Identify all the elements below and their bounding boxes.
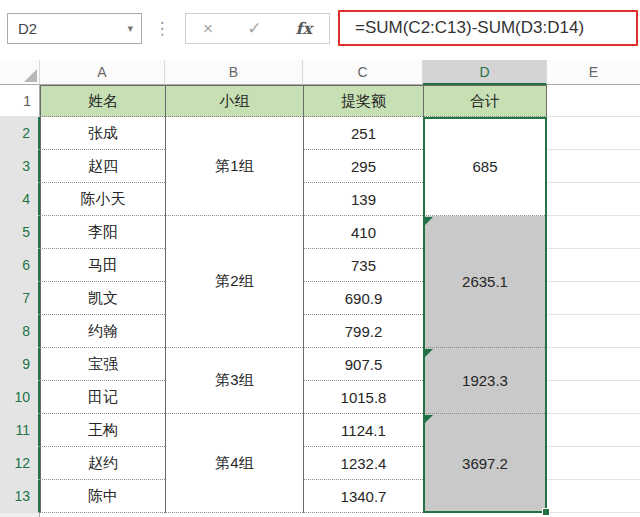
error-indicator-triangle-icon (425, 415, 433, 423)
formula-text: =SUM(C2:C13)-SUM(D3:D14) (355, 18, 584, 38)
row-header-14-partial[interactable] (0, 513, 40, 517)
cell-E10[interactable] (547, 381, 640, 414)
cell-E7[interactable] (547, 282, 640, 315)
row-header-1[interactable]: 1 (0, 85, 40, 117)
cell-E5[interactable] (547, 216, 640, 249)
row-header-11[interactable]: 11 (0, 414, 40, 447)
cell-A10[interactable]: 田记 (40, 381, 165, 414)
error-indicator-triangle-icon (425, 349, 433, 357)
cell-C3[interactable]: 295 (303, 150, 423, 183)
cell-E4[interactable] (547, 183, 640, 216)
cell-D5-merged[interactable]: 2635.1 (423, 216, 547, 348)
cell-E13[interactable] (547, 480, 640, 513)
col-header-E[interactable]: E (547, 60, 640, 85)
cell-B11-merged-group4[interactable]: 第4组 (165, 414, 303, 513)
cell-A4[interactable]: 陈小天 (40, 183, 165, 216)
row-header-4[interactable]: 4 (0, 183, 40, 216)
cell-B5-merged-group2[interactable]: 第2组 (165, 216, 303, 348)
col-header-D[interactable]: D (423, 60, 547, 85)
cell-C9[interactable]: 907.5 (303, 348, 423, 381)
cell-A11[interactable]: 王构 (40, 414, 165, 447)
col-header-B[interactable]: B (165, 60, 303, 85)
cell-C8[interactable]: 799.2 (303, 315, 423, 348)
cell-C7[interactable]: 690.9 (303, 282, 423, 315)
row-header-9[interactable]: 9 (0, 348, 40, 381)
cancel-icon[interactable]: × (203, 20, 213, 37)
cell-A13[interactable]: 陈中 (40, 480, 165, 513)
cell-A8[interactable]: 约翰 (40, 315, 165, 348)
cell-C4[interactable]: 139 (303, 183, 423, 216)
cell-D11-merged[interactable]: 3697.2 (423, 414, 547, 513)
enter-icon[interactable]: ✓ (247, 20, 261, 37)
name-box-value: D2 (18, 20, 37, 37)
row-header-8[interactable]: 8 (0, 315, 40, 348)
toolbar-separator-dots-icon: ⋮ (153, 13, 171, 44)
row-header-5[interactable]: 5 (0, 216, 40, 249)
cell-A3[interactable]: 赵四 (40, 150, 165, 183)
excel-window: D2 ▾ ⋮ × ✓ fx =SUM(C2:C13)-SUM(D3:D14) A… (0, 0, 640, 517)
row-header-10[interactable]: 10 (0, 381, 40, 414)
cell-A12[interactable]: 赵约 (40, 447, 165, 480)
cell-E6[interactable] (547, 249, 640, 282)
cell-E8[interactable] (547, 315, 640, 348)
cell-A1[interactable]: 姓名 (40, 85, 165, 117)
formula-buttons: × ✓ fx (185, 13, 330, 44)
cell-A7[interactable]: 凯文 (40, 282, 165, 315)
row-header-13[interactable]: 13 (0, 480, 40, 513)
cell-D2-value: 685 (472, 158, 497, 175)
cell-C12[interactable]: 1232.4 (303, 447, 423, 480)
row-header-7[interactable]: 7 (0, 282, 40, 315)
name-box[interactable]: D2 ▾ (7, 13, 142, 44)
cell-C5[interactable]: 410 (303, 216, 423, 249)
cell-D11-value: 3697.2 (462, 455, 508, 472)
col-header-A[interactable]: A (40, 60, 165, 85)
cell-A6[interactable]: 马田 (40, 249, 165, 282)
cell-A14-partial[interactable] (40, 513, 165, 517)
cell-D2-merged-active[interactable]: 685 (423, 117, 547, 216)
cell-E12[interactable] (547, 447, 640, 480)
cell-D9-merged[interactable]: 1923.3 (423, 348, 547, 414)
cell-C11[interactable]: 1124.1 (303, 414, 423, 447)
insert-function-icon[interactable]: fx (296, 19, 312, 38)
row-header-2[interactable]: 2 (0, 117, 40, 150)
cell-C14-partial[interactable] (303, 513, 423, 517)
cell-A2[interactable]: 张成 (40, 117, 165, 150)
cell-C1[interactable]: 提奖额 (303, 85, 423, 117)
cell-E14-partial[interactable] (547, 513, 640, 517)
cell-B1[interactable]: 小组 (165, 85, 303, 117)
spreadsheet-grid: A B C D E 1 姓名 小组 提奖额 合计 2 3 4 5 6 7 8 9… (0, 60, 640, 517)
cell-D5-value: 2635.1 (462, 273, 508, 290)
cell-B14-partial[interactable] (165, 513, 303, 517)
formula-toolbar: D2 ▾ ⋮ × ✓ fx =SUM(C2:C13)-SUM(D3:D14) (0, 0, 640, 60)
cell-E2[interactable] (547, 117, 640, 150)
cell-A9[interactable]: 宝强 (40, 348, 165, 381)
row-header-3[interactable]: 3 (0, 150, 40, 183)
cell-D14-partial[interactable] (423, 513, 547, 517)
cell-C13[interactable]: 1340.7 (303, 480, 423, 513)
chevron-down-icon[interactable]: ▾ (127, 22, 133, 35)
error-indicator-triangle-icon (425, 217, 433, 225)
cell-A5[interactable]: 李阳 (40, 216, 165, 249)
formula-bar[interactable]: =SUM(C2:C13)-SUM(D3:D14) (338, 10, 638, 46)
cell-E11[interactable] (547, 414, 640, 447)
cell-E9[interactable] (547, 348, 640, 381)
cell-C10[interactable]: 1015.8 (303, 381, 423, 414)
cell-C2[interactable]: 251 (303, 117, 423, 150)
row-header-12[interactable]: 12 (0, 447, 40, 480)
cell-E3[interactable] (547, 150, 640, 183)
cell-C6[interactable]: 735 (303, 249, 423, 282)
cell-B9-merged-group3[interactable]: 第3组 (165, 348, 303, 414)
select-all-triangle-icon (24, 69, 37, 82)
cell-D1[interactable]: 合计 (423, 85, 547, 117)
cell-D9-value: 1923.3 (462, 372, 508, 389)
row-header-6[interactable]: 6 (0, 249, 40, 282)
select-all-corner[interactable] (0, 60, 40, 85)
cell-E1[interactable] (547, 85, 640, 117)
cell-B2-merged-group1[interactable]: 第1组 (165, 117, 303, 216)
col-header-C[interactable]: C (303, 60, 423, 85)
